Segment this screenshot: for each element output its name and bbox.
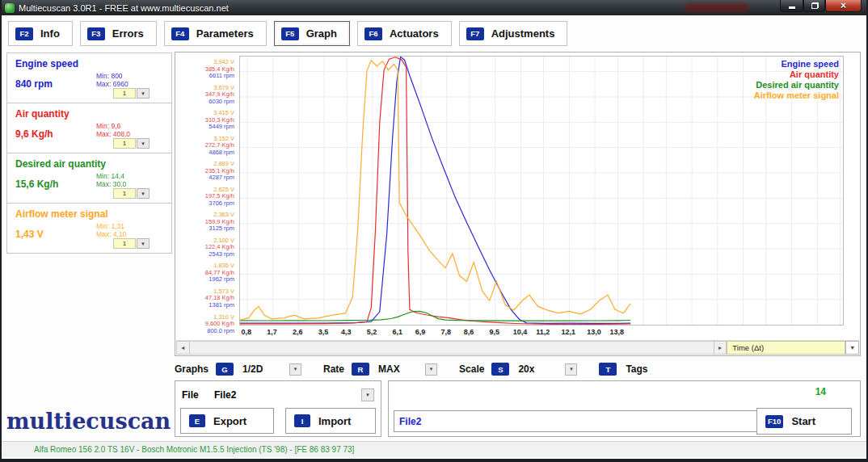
scale-dropdown-icon[interactable]: ▼ — [565, 363, 577, 376]
scale-dropdown-icon[interactable]: ▼ — [137, 138, 150, 149]
scale-dropdown-icon[interactable]: ▼ — [137, 188, 150, 199]
y-label-rpm: 1381 rpm — [205, 302, 234, 309]
fkey-badge: F4 — [171, 27, 189, 40]
fkey-badge: F5 — [281, 27, 299, 40]
fkey-badge: F6 — [364, 27, 382, 40]
tab-adjustments[interactable]: F7Adjustments — [459, 21, 568, 46]
fkey-badge: F2 — [15, 27, 33, 40]
rate-dropdown-icon[interactable]: ▼ — [425, 363, 437, 376]
scale-key-badge: S — [491, 363, 509, 376]
close-icon: × — [841, 1, 846, 10]
parameter-min-max: Min: 800Max: 6960 — [96, 72, 129, 88]
file-dropdown-icon[interactable]: ▼ — [361, 388, 374, 401]
y-axis-label-row: 3,942 V385,4 Kg/h6611 rpm — [205, 59, 234, 80]
status-bar: Alfa Romeo 156 2.0 TS 16V - Bosch Motron… — [2, 441, 866, 457]
graphs-dropdown-icon[interactable]: ▼ — [289, 363, 301, 376]
scale-dropdown-icon[interactable]: ▼ — [137, 88, 150, 99]
x-tick-label: 13,8 — [603, 328, 630, 336]
y-axis-label-row: 3,679 V347,9 Kg/h6030 rpm — [205, 85, 234, 106]
y-axis-label-row: 3,152 V272,7 Kg/h4868 rpm — [205, 136, 234, 157]
parameter-value: 1,43 V — [15, 229, 44, 240]
scale-dropdown-icon[interactable]: ▼ — [137, 238, 150, 249]
x-tick-label: 8,6 — [455, 328, 482, 336]
parameter-panel[interactable]: Air quantity9,6 Kg/hMin: 9,6Max: 408,01▼ — [6, 103, 172, 153]
y-label-rpm: 6611 rpm — [205, 73, 234, 80]
y-label-rpm: 2543 rpm — [205, 251, 234, 258]
graph-canvas — [240, 57, 843, 325]
app-icon — [5, 3, 15, 13]
x-tick-label: 11,2 — [529, 328, 557, 336]
parameter-value: 840 rpm — [15, 78, 53, 90]
multiecuscan-logo: multiecuscan — [6, 409, 171, 434]
legend-entry: Airflow meter signal — [754, 90, 839, 101]
tags-key-badge: T — [599, 363, 617, 376]
export-button[interactable]: E Export — [180, 408, 274, 434]
scrollbar-track[interactable] — [190, 341, 714, 355]
import-button[interactable]: I Import — [285, 408, 376, 434]
start-button[interactable]: F10 Start — [756, 408, 852, 435]
y-label-rpm: 800,0 rpm — [205, 328, 234, 335]
rate-select[interactable]: MAX — [378, 363, 425, 375]
tab-errors[interactable]: F3Errors — [80, 21, 157, 46]
scroll-left-icon[interactable]: ◂ — [176, 341, 190, 355]
minimize-button[interactable] — [780, 0, 803, 12]
parameter-panel[interactable]: Engine speed840 rpmMin: 800Max: 69601▼ — [6, 52, 172, 103]
scale-factor-combo[interactable]: 1 — [113, 238, 136, 249]
x-axis-mode-dropdown-icon[interactable]: ▼ — [845, 341, 859, 355]
y-axis-label-row: 1,310 V9,600 Kg/h800,0 rpm — [205, 314, 234, 335]
tab-parameters[interactable]: F4Parameters — [164, 21, 267, 46]
parameter-min-max: Min: 14,4Max: 30,0 — [96, 172, 126, 188]
x-tick-label: 9,5 — [481, 328, 508, 336]
parameter-max: Max: 408,0 — [96, 130, 130, 138]
tab-label: Adjustments — [491, 27, 555, 40]
legend-entry: Desired air quantity — [754, 80, 839, 90]
x-tick-label: 2,6 — [284, 328, 311, 336]
y-axis-label-row: 2,363 V159,9 Kg/h3125 rpm — [205, 212, 234, 233]
graph-controls: Graphs G 1/2D ▼ Rate R MAX ▼ Scale S 20x… — [175, 361, 655, 377]
tab-graph[interactable]: F5Graph — [274, 21, 350, 46]
tab-label: Info — [40, 27, 60, 40]
file-box: File File2 ▼ E Export I Import — [175, 380, 381, 437]
tab-actuators[interactable]: F6Actuators — [357, 21, 452, 46]
x-tick-label: 1,7 — [259, 328, 286, 336]
close-button[interactable]: × — [825, 0, 862, 12]
parameter-min: Min: 14,4 — [96, 172, 126, 180]
x-axis-mode-combo[interactable]: Time (Δt) — [727, 341, 845, 355]
restore-icon — [811, 3, 818, 9]
graphs-mode-select[interactable]: 1/2D — [242, 363, 289, 375]
parameter-min: Min: 9,6 — [96, 122, 130, 130]
time-scrollbar: ◂ ▸ Time (Δt) ▼ — [176, 340, 859, 355]
window-border-bottom — [0, 459, 868, 462]
scale-factor-combo[interactable]: 1 — [113, 88, 136, 99]
scale-select[interactable]: 20x — [518, 363, 565, 375]
y-axis-label-row: 2,100 V122,4 Kg/h2543 rpm — [205, 237, 234, 258]
scale-label: Scale — [459, 363, 484, 375]
restore-button[interactable] — [803, 0, 825, 12]
scale-factor-combo[interactable]: 1 — [113, 188, 136, 199]
x-axis-labels: 0,81,72,63,54,35,26,16,97,88,69,510,411,… — [239, 328, 844, 338]
window-title: Multiecuscan 3.0R1 - FREE at www.multiec… — [19, 3, 229, 13]
rate-key-badge: R — [352, 363, 369, 376]
import-key-badge: I — [294, 414, 310, 427]
tab-info[interactable]: F2Info — [8, 21, 73, 46]
parameter-max: Max: 30,0 — [96, 180, 126, 188]
x-tick-label: 0,8 — [233, 328, 260, 336]
y-axis-label-row: 2,625 V197,5 Kg/h3706 rpm — [205, 187, 234, 208]
scroll-right-icon[interactable]: ▸ — [714, 341, 727, 355]
redacted-watermark — [685, 3, 748, 12]
scale-factor-combo[interactable]: 1 — [113, 138, 136, 149]
tab-label: Errors — [112, 27, 144, 40]
y-axis-label-row: 1,573 V47,18 Kg/h1381 rpm — [205, 288, 234, 309]
filename-input[interactable] — [394, 410, 757, 432]
y-label-rpm: 5449 rpm — [205, 124, 234, 131]
parameter-panel[interactable]: Airflow meter signal1,43 VMin: 1,31Max: … — [6, 203, 172, 254]
record-count: 14 — [815, 386, 826, 397]
title-bar[interactable]: Multiecuscan 3.0R1 - FREE at www.multiec… — [0, 0, 868, 15]
parameter-panel[interactable]: Desired air quantity15,6 Kg/hMin: 14,4Ma… — [6, 153, 172, 204]
tags-label[interactable]: Tags — [626, 363, 647, 375]
graphs-label: Graphs — [175, 363, 209, 375]
legend-entry: Engine speed — [754, 59, 839, 69]
file-select[interactable]: File2 — [214, 389, 236, 401]
parameter-sidebar: Engine speed840 rpmMin: 800Max: 69601▼Ai… — [6, 53, 172, 254]
parameter-max: Max: 4,10 — [96, 230, 126, 238]
